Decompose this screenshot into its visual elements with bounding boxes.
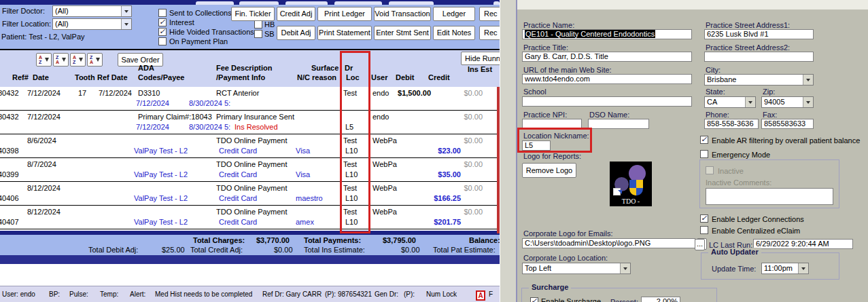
city-label: City: <box>706 66 721 74</box>
credit-adj-button[interactable]: Credit Adj <box>277 7 315 21</box>
total-debit-adj-value: $25.00 <box>162 246 185 254</box>
col-ins-est: Ins Est <box>468 65 492 73</box>
cell-fee-description: RCT Anterior <box>216 89 259 97</box>
cell-payment-type: TDO Online Payment <box>216 160 288 168</box>
sort-desc-icon[interactable]: ZA <box>53 53 69 67</box>
remove-logo-button[interactable]: Remove Logo <box>522 163 576 178</box>
inactive-label: Inactive <box>718 167 744 175</box>
school-input[interactable] <box>522 96 692 107</box>
auto-updater-title: Auto Updater <box>708 248 761 256</box>
col-date: Date <box>33 73 49 81</box>
table-row[interactable]: 8/12/2024 TDO Online Payment Test WebPa … <box>0 182 500 206</box>
rec-button-2[interactable]: Rec <box>479 26 500 40</box>
totals-bar: Total Charges: $3,770.00 Total Payments:… <box>0 235 500 255</box>
fin-tickler-button[interactable]: Fin. Tickler <box>231 7 275 21</box>
debit-adj-button[interactable]: Debit Adj <box>277 26 315 40</box>
ledger-note-button[interactable]: Ledger Note <box>433 7 475 21</box>
total-payments-label: Total Payments: <box>304 236 361 244</box>
balance-label: Balance: <box>469 236 500 244</box>
enable-centralized-eclaim-checkbox[interactable] <box>700 226 708 234</box>
on-payment-plan-checkbox[interactable] <box>158 37 167 45</box>
filter-doctor-label: Filter Doctor: <box>2 7 45 15</box>
sb-checkbox[interactable] <box>254 30 262 38</box>
practice-name-label: Practice Name: <box>523 21 574 29</box>
table-row[interactable]: 80432 7/12/2024 Primary Claim#:18043 Pri… <box>0 111 500 134</box>
surcharge-group: Surcharge Enable Surcharge Percent: 2.00… <box>521 288 717 302</box>
state-select[interactable]: CA <box>704 96 756 108</box>
practice-name-input[interactable]: QE101 - Quality Centered Endodontics <box>522 29 692 39</box>
address2-input[interactable] <box>704 52 814 62</box>
cell-payment-info: Credit Card <box>219 170 257 178</box>
zip-select[interactable]: 94005 <box>761 96 814 108</box>
sent-to-collections-checkbox[interactable] <box>158 9 167 17</box>
hb-checkbox[interactable] <box>254 20 262 29</box>
lc-last-run-input[interactable]: 6/29/2022 9:20:44 AM <box>753 239 853 249</box>
emergency-mode-checkbox[interactable] <box>700 150 708 158</box>
col-nc-reason: N/C reason <box>297 73 336 81</box>
hide-voided-checkbox[interactable] <box>158 28 167 36</box>
rec-button-1[interactable]: Rec <box>479 7 500 21</box>
dso-name-input[interactable] <box>588 119 649 129</box>
total-credit-adj-value: $0.00 <box>274 246 293 254</box>
address1-input[interactable]: 6235 Lusk Blvd #1 <box>704 29 814 39</box>
phone-input[interactable]: 858-558-3636 <box>704 119 759 129</box>
col-surface: Surface <box>311 64 338 72</box>
corporate-logo-location-select[interactable]: Top Left <box>522 263 631 274</box>
cell-payee-link[interactable]: ValPay Test - L2 <box>134 218 188 226</box>
edit-notes-button[interactable]: Edit Notes <box>433 26 475 40</box>
city-select[interactable]: Brisbane <box>704 74 814 86</box>
cell-sub-date2: 8/30/2024 5: <box>189 99 230 107</box>
filter-location-select[interactable]: (All) <box>52 18 132 30</box>
cell-claim: Primary Claim#:18043 <box>138 113 212 121</box>
percent-input[interactable]: 2.00% <box>641 297 680 302</box>
zip-label: Zip: <box>763 88 775 96</box>
shortcut-arrow-icon <box>613 188 621 195</box>
sort-asc-icon[interactable]: AZ <box>70 53 86 67</box>
print-ledger-button[interactable]: Print Ledger <box>317 7 372 21</box>
corporate-logo-emails-label: Corporate Logo for Emails: <box>523 229 612 238</box>
table-row[interactable]: 8/7/2024 TDO Online Payment Test WebPa $… <box>0 158 500 182</box>
status-user: User: endo <box>2 290 35 298</box>
practice-title-label: Practice Title: <box>523 43 568 52</box>
inactive-comments-textarea <box>706 188 833 205</box>
interest-checkbox[interactable] <box>158 18 167 26</box>
fax-input[interactable]: 8585583633 <box>761 119 814 129</box>
sort-desc-icon[interactable]: ZA <box>87 53 103 67</box>
cell-payee-link[interactable]: ValPay Test - L2 <box>134 194 188 202</box>
url-input[interactable]: www.tdo4endo.com <box>522 74 692 84</box>
cell-card-type: Visa <box>296 147 310 155</box>
table-row[interactable]: 8/12/2024 TDO Online Payment Test WebPa … <box>0 206 500 229</box>
total-debit-adj-label: Total Debit Adj: <box>88 246 138 254</box>
practice-title-input[interactable]: Gary B. Carr, D.D.S. Title <box>522 52 692 62</box>
enable-surcharge-checkbox[interactable] <box>530 297 538 302</box>
sort-asc-icon[interactable]: AZ <box>36 53 52 67</box>
print-statement-button[interactable]: Print Statement <box>317 26 372 40</box>
cell-payee-link[interactable]: ValPay Test - L2 <box>134 170 188 178</box>
update-time-select[interactable]: 11:00pm <box>761 263 809 274</box>
cell-payment-type: TDO Online Payment <box>216 136 288 145</box>
phone-label: Phone: <box>706 111 729 119</box>
table-row[interactable]: 8/6/2024 TDO Online Payment Test WebPa $… <box>0 134 500 158</box>
sent-to-collections-label: Sent to Collections <box>169 9 232 17</box>
enter-stmt-sent-button[interactable]: Enter Stmt Sent <box>374 26 431 40</box>
enable-ledger-connections-checkbox[interactable] <box>700 214 708 223</box>
enable-ar-filtering-checkbox[interactable] <box>700 136 708 144</box>
cell-payment-type: TDO Online Payment <box>216 184 288 192</box>
shield-icon <box>629 180 643 195</box>
corporate-logo-path-input[interactable]: C:\Users\tdoadmin\Desktop\logo.PNG <box>522 238 695 248</box>
void-transaction-button[interactable]: Void Transaction <box>374 7 431 21</box>
on-payment-plan-label: On Payment Plan <box>169 37 228 45</box>
lc-browse-button[interactable]: ... <box>695 239 705 250</box>
table-row[interactable]: 80432 7/12/2024 17 7/12/2024 D3310 RCT A… <box>0 87 500 111</box>
cell-payee-link[interactable]: ValPay Test - L2 <box>134 147 188 155</box>
window-tabs-strip <box>0 0 500 5</box>
address2-label: Practice Street Address2: <box>706 43 790 52</box>
inactive-comments-label: Inactive Comments: <box>706 178 771 187</box>
cell-ins-est: $0.00 <box>443 89 483 97</box>
enable-ar-filtering-label: Enable AR filtering by overall patient b… <box>712 136 860 145</box>
cell-ref: 80432 <box>0 89 19 97</box>
filter-doctor-select[interactable]: (All) <box>52 5 132 17</box>
hide-running-button[interactable]: Hide Runnin <box>461 52 500 65</box>
chevron-down-icon <box>121 19 131 29</box>
cell-user: WebPa <box>372 208 397 216</box>
